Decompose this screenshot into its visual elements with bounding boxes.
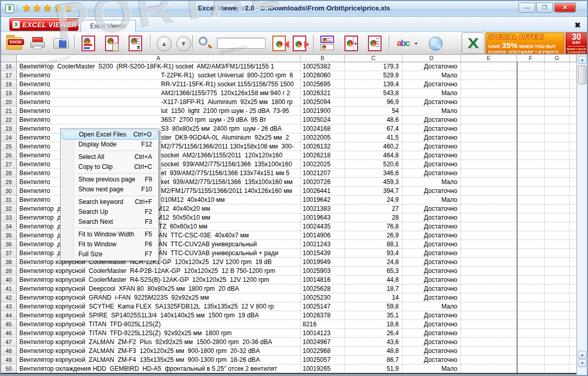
cell-b25[interactable]: 10026132 [301,142,345,151]
cell-b16[interactable]: 10025382 [301,62,345,71]
cell-d39[interactable]: Достаточно [402,267,461,276]
cell-c22[interactable]: 48,6 [345,116,402,124]
cell-b46[interactable]: 10014123 [301,329,345,338]
cell-d20[interactable]: Достаточно [402,98,461,107]
cell-f20[interactable] [517,98,545,107]
cell-e41[interactable] [461,284,517,293]
cell-b29[interactable]: 10020726 [301,178,345,187]
cell-f43[interactable] [517,302,545,311]
row-header-48[interactable]: 48 [1,347,17,356]
cell-a41[interactable]: Вентилятор корпусной Deepcool XFAN 80 80… [17,284,301,293]
search-next-button[interactable] [290,33,309,54]
cell-e20[interactable] [461,98,517,107]
column-header-b[interactable]: B [301,55,345,62]
row-header-28[interactable]: 28 [1,169,17,178]
cell-e37[interactable] [461,249,517,258]
cell-d19[interactable]: Мало [402,89,461,98]
cell-b32[interactable]: 10021383 [301,204,345,213]
cell-f33[interactable] [517,213,545,222]
vertical-scrollbar[interactable]: ▲ ▲ ▼ [577,55,587,376]
row-header-46[interactable]: 46 [1,329,17,338]
cell-g48[interactable] [545,347,570,356]
row-header-33[interactable]: 33 [1,213,17,222]
row-header-49[interactable]: 49 [1,356,17,364]
cell-a16[interactable]: Вентилятор CoolerMaster S200 (RR-S200-18… [17,62,301,71]
cell-c26[interactable]: 464,8 [345,151,402,160]
cell-f44[interactable] [517,311,545,320]
row-header-18[interactable]: 18 [1,80,17,89]
cell-d46[interactable]: Достаточно [402,329,461,338]
cell-d42[interactable]: Достаточно [402,293,461,302]
row-header-16[interactable]: 16 [1,62,17,71]
row-header-34[interactable]: 34 [1,222,17,231]
cell-a40[interactable]: Вентилятор корпусной CoolerMaster R4-S2S… [17,276,301,284]
row-header-17[interactable]: 17 [1,71,17,80]
column-header-g[interactable]: G [545,55,570,62]
menu-item-fit-to-window[interactable]: Fit to WindowF6 [62,240,157,249]
cell-e47[interactable] [461,338,517,347]
cell-c28[interactable]: 346,6 [345,169,402,178]
cell-c16[interactable]: 179,3 [345,62,402,71]
cell-a22[interactable]: Вентилято36S7 2700 rpm шум - 29 dBA 95 В… [17,116,301,124]
fit-to-window-button[interactable]: + [341,33,361,54]
cell-f49[interactable] [517,356,545,364]
cell-g50[interactable] [545,364,570,373]
row-header-27[interactable]: 27 [1,160,17,169]
cell-b39[interactable]: 10025903 [301,267,345,276]
row-header-45[interactable]: 45 [1,320,17,329]
cell-g44[interactable] [545,311,570,320]
cell-f17[interactable] [517,71,545,80]
cell-b34[interactable]: 10024435 [301,222,345,231]
cell-d17[interactable]: Мало [402,71,461,80]
cell-d34[interactable]: Достаточно [402,222,461,231]
cell-c42[interactable]: 14 [345,293,402,302]
cell-a47[interactable]: Вентилятор корпусной ZALMAN ZM-F2 Plus 9… [17,338,301,347]
row-header-24[interactable]: 24 [1,133,17,142]
cell-b44[interactable]: 10026378 [301,311,345,320]
cell-f41[interactable] [517,284,545,293]
cell-e25[interactable] [461,142,517,151]
cell-g27[interactable] [545,160,570,169]
close-button[interactable]: ✕ [554,3,576,13]
cell-c35[interactable]: 26,9 [345,231,402,240]
cell-b19[interactable]: 10026321 [301,89,345,98]
cell-d21[interactable]: Мало [402,107,461,116]
cell-e27[interactable] [461,160,517,169]
cell-c29[interactable]: 459,3 [345,178,402,187]
cell-c24[interactable]: 41,5 [345,133,402,142]
cell-b48[interactable]: 10022968 [301,347,345,356]
cell-g35[interactable] [545,231,570,240]
cell-e40[interactable] [461,276,517,284]
cell-f27[interactable] [517,160,545,169]
cell-g36[interactable] [545,240,570,249]
cell-c32[interactable]: 27 [345,204,402,213]
menu-item-show-previous-page[interactable]: Show previous pageF9 [62,175,157,185]
row-header-21[interactable]: 21 [1,107,17,116]
menu-item-search-next[interactable]: Search NextF3 [62,217,157,227]
search-up-button[interactable] [269,33,289,54]
cell-d37[interactable]: Достаточно [402,249,461,258]
cell-e24[interactable] [461,133,517,142]
cell-d22[interactable]: Достаточно [402,116,461,124]
cell-f21[interactable] [517,107,545,116]
cell-f37[interactable] [517,249,545,258]
cell-f47[interactable] [517,338,545,347]
cell-a19[interactable]: ВентилятоAM2/1366/1155/775 120x126x158 м… [17,89,301,98]
cell-c46[interactable]: 26,4 [345,329,402,338]
cell-f40[interactable] [517,276,545,284]
cell-c44[interactable]: 35,1 [345,311,402,320]
menu-item-fit-to-window-width[interactable]: Fit to Window WidthF5 [62,230,157,240]
cell-a39[interactable]: Вентилятор корпусной CoolerMaster R4-P2B… [17,267,301,276]
cell-e21[interactable] [461,107,517,116]
menu-item-search-up[interactable]: Search UpF2 [62,207,157,217]
cell-g38[interactable] [545,258,570,267]
cell-g25[interactable] [545,142,570,151]
cell-b37[interactable]: 10015439 [301,249,345,258]
cell-g37[interactable] [545,249,570,258]
cell-d24[interactable]: Достаточно [402,133,461,142]
row-header-25[interactable]: 25 [1,142,17,151]
cell-b22[interactable]: 10025024 [301,116,345,124]
cell-b24[interactable]: 10022005 [301,133,345,142]
cell-g30[interactable] [545,187,570,196]
cell-c20[interactable]: 96,9 [345,98,402,107]
